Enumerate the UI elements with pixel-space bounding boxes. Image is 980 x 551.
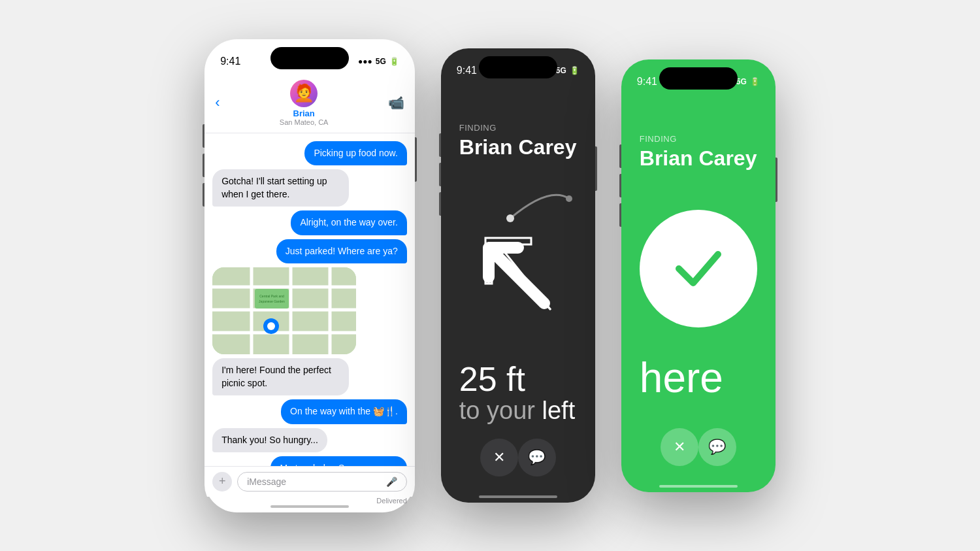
svg-text:Japanese Garden: Japanese Garden — [259, 299, 285, 303]
message-input-field[interactable]: iMessage 🎤 — [237, 472, 407, 492]
map-image: Central Park and Japanese Garden — [212, 267, 356, 354]
network-type-2: 5G — [556, 66, 566, 75]
dynamic-island-3 — [659, 67, 738, 90]
arrow-svg — [466, 225, 570, 329]
back-button[interactable]: ‹ — [215, 94, 220, 111]
status-time-2: 9:41 — [457, 65, 477, 76]
message-sent-3: Just parked! Where are ya? — [276, 239, 407, 264]
message-button-2[interactable]: 💬 — [518, 439, 556, 476]
found-header: FINDING Brian Carey — [621, 95, 776, 184]
finding-header: FINDING Brian Carey — [441, 84, 595, 173]
battery-icon-1: 🔋 — [389, 57, 399, 66]
checkmark-svg — [666, 236, 731, 301]
close-button-3[interactable]: ✕ — [661, 428, 698, 466]
distance-value: 25 ft — [459, 362, 577, 396]
home-indicator-1 — [270, 505, 349, 508]
avatar: 🧑‍🦰 — [290, 80, 318, 107]
direction-suffix: left — [542, 397, 576, 424]
network-type-1: 5G — [376, 57, 386, 66]
finding-screen: 9:41 ●●● 5G 🔋 FINDING Brian Carey — [441, 48, 595, 503]
svg-point-12 — [506, 214, 514, 222]
found-label: FINDING — [640, 134, 757, 144]
battery-icon-2: 🔋 — [570, 66, 580, 75]
contact-info[interactable]: 🧑‍🦰 Brian San Mateo, CA — [280, 80, 329, 126]
phone-2-finding: 9:41 ●●● 5G 🔋 FINDING Brian Carey — [441, 48, 595, 503]
found-status-text: here — [621, 354, 776, 402]
message-button-3[interactable]: 💬 — [698, 428, 736, 466]
network-type-3: 5G — [736, 77, 747, 86]
map-svg: Central Park and Japanese Garden — [212, 267, 356, 354]
svg-text:Central Park and: Central Park and — [259, 294, 284, 298]
svg-point-11 — [267, 322, 275, 330]
person-name-2: Brian Carey — [459, 135, 577, 159]
direction-prefix: to your — [459, 397, 535, 424]
battery-icon-3: 🔋 — [750, 77, 760, 86]
phone-3-found: 9:41 ➤ ●●● 5G 🔋 FINDING Brian Carey here… — [621, 59, 776, 492]
contact-location: San Mateo, CA — [280, 118, 329, 126]
message-received-2: I'm here! Found the perfect picnic spot. — [212, 358, 348, 395]
distance-info: 25 ft to your left — [441, 362, 595, 426]
dynamic-island — [270, 47, 349, 69]
contact-name: Brian — [293, 109, 315, 118]
video-call-button[interactable]: 📹 — [388, 95, 404, 110]
imessage-screen: 9:41 ●●● 5G 🔋 ‹ 🧑‍🦰 Brian San Mateo, CA … — [204, 39, 415, 512]
input-placeholder: iMessage — [247, 476, 286, 487]
check-circle — [640, 210, 757, 327]
home-indicator-3 — [659, 485, 738, 488]
close-button-2[interactable]: ✕ — [480, 439, 518, 476]
svg-point-13 — [566, 195, 572, 202]
map-bubble[interactable]: Central Park and Japanese Garden 📍 Find … — [212, 267, 356, 354]
message-received-1: Gotcha! I'll start setting up when I get… — [212, 169, 348, 207]
message-sent-2: Alright, on the way over. — [291, 210, 406, 235]
checkmark-area — [621, 210, 776, 327]
dynamic-island-2 — [479, 56, 557, 78]
phone-1-imessage: 9:41 ●●● 5G 🔋 ‹ 🧑‍🦰 Brian San Mateo, CA … — [204, 39, 415, 512]
found-actions: ✕ 💬 — [621, 402, 776, 492]
direction-area: 25 ft to your left — [441, 173, 595, 426]
direction-arrow — [466, 225, 570, 329]
found-screen: 9:41 ➤ ●●● 5G 🔋 FINDING Brian Carey here… — [621, 59, 776, 492]
delivered-status: Delivered — [376, 497, 406, 505]
status-time-1: 9:41 — [220, 56, 240, 67]
person-name-3: Brian Carey — [640, 146, 757, 171]
direction-description: to your left — [459, 396, 577, 426]
add-attachment-button[interactable]: + — [212, 472, 232, 492]
status-icons-1: ●●● 5G 🔋 — [358, 57, 399, 66]
svg-rect-7 — [255, 289, 289, 309]
signal-icon-1: ●●● — [358, 57, 372, 66]
message-input-bar: + iMessage 🎤 — [204, 466, 415, 497]
message-sent-1: Picking up food now. — [304, 141, 406, 166]
arc-indicator — [497, 179, 576, 231]
message-received-3: Thank you! So hungry... — [212, 428, 327, 453]
avatar-emoji: 🧑‍🦰 — [293, 83, 314, 103]
home-indicator-2 — [479, 495, 557, 498]
imessage-header: ‹ 🧑‍🦰 Brian San Mateo, CA 📹 — [204, 75, 415, 133]
on-the-way-text: On the way with the 🧺🍴. — [290, 406, 398, 416]
message-sent-4: On the way with the 🧺🍴. — [281, 399, 407, 424]
messages-list: Picking up food now. Gotcha! I'll start … — [204, 133, 415, 512]
finding-label: FINDING — [459, 123, 577, 133]
finding-actions: ✕ 💬 — [441, 426, 595, 503]
microphone-icon[interactable]: 🎤 — [386, 476, 397, 487]
